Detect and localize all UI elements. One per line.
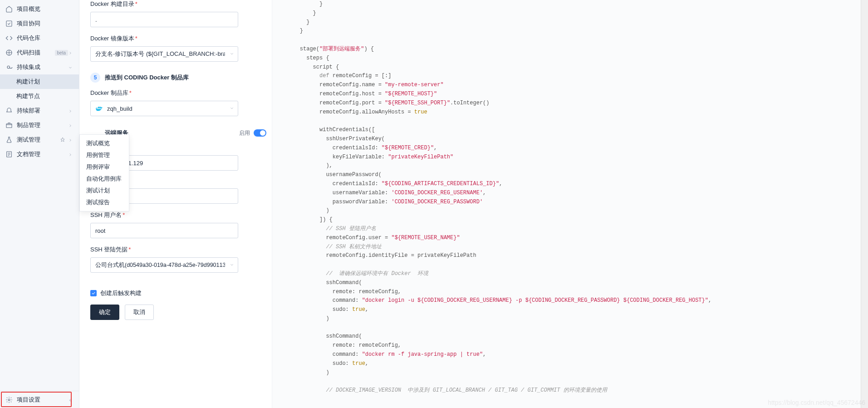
nav-project-collab[interactable]: 项目协同 <box>0 16 79 31</box>
docker-repo-select[interactable]: zqh_build <box>90 101 238 116</box>
submenu-test-report[interactable]: 测试报告 <box>80 197 129 208</box>
nav-cd[interactable]: 持续部署 <box>0 103 79 118</box>
nav-build-node[interactable]: 构建节点 <box>0 89 79 103</box>
ssh-cred-select[interactable]: 公司台式机(d0549a30-019a-478d-a25e-79d990113e… <box>90 257 238 273</box>
package-icon <box>5 122 13 129</box>
submenu-case-review[interactable]: 用例评审 <box>80 161 129 173</box>
docker-icon <box>95 104 103 113</box>
nav-build-plan[interactable]: 构建计划 <box>0 74 79 89</box>
nav-label: 项目概览 <box>17 5 74 13</box>
nav-list: 项目概览 项目协同 代码仓库 代码扫描 beta 持续集成 <box>0 0 79 391</box>
code-icon <box>5 34 13 42</box>
nav-label: 构建计划 <box>16 78 74 86</box>
docker-image-ver-label: Docker 镜像版本* <box>90 34 266 43</box>
doc-icon <box>5 151 13 158</box>
chevron-down-icon <box>230 51 234 58</box>
nav-label: 代码仓库 <box>17 34 74 42</box>
flask-icon <box>5 136 13 143</box>
home-icon <box>5 5 13 13</box>
collapse-icon[interactable] <box>68 397 74 403</box>
step-5-title: 推送到 CODING Docker 制品库 <box>105 74 189 82</box>
cancel-button[interactable]: 取消 <box>125 305 154 320</box>
chevron-right-icon <box>68 137 74 143</box>
enable-toggle[interactable] <box>254 129 266 137</box>
chevron-down-icon <box>230 105 234 112</box>
docker-repo-label: Docker 制品库* <box>90 89 266 97</box>
chevron-down-icon <box>68 64 74 70</box>
chevron-right-icon <box>68 152 74 157</box>
svg-rect-0 <box>6 21 12 26</box>
ssh-user-label: SSH 用户名* <box>90 211 266 219</box>
enable-label: 启用 <box>239 129 250 137</box>
trigger-label: 创建后触发构建 <box>100 289 142 297</box>
main-content: Docker 构建目录* . Docker 镜像版本* 分支名-修订版本号 ($… <box>79 0 868 408</box>
bell-icon <box>5 107 13 114</box>
nav-project-overview[interactable]: 项目概览 <box>0 2 79 16</box>
infinity-icon <box>5 64 13 71</box>
docker-build-dir-input[interactable]: . <box>90 12 238 27</box>
check-square-icon <box>5 20 13 27</box>
nav-docs[interactable]: 文档管理 <box>0 147 79 162</box>
nav-label: 构建节点 <box>16 92 74 100</box>
nav-label: 文档管理 <box>17 150 68 158</box>
nav-label: 持续部署 <box>17 107 68 115</box>
docker-build-dir-label: Docker 构建目录* <box>90 0 266 8</box>
ssh-cred-label: SSH 登陆凭据* <box>90 246 266 254</box>
gear-icon <box>5 396 13 403</box>
beta-badge: beta <box>55 50 68 56</box>
sidebar: 项目概览 项目协同 代码仓库 代码扫描 beta 持续集成 <box>0 0 79 408</box>
settings-label: 项目设置 <box>17 396 68 404</box>
nav-artifacts[interactable]: 制品管理 <box>0 118 79 133</box>
chevron-right-icon <box>68 123 74 128</box>
project-settings[interactable]: 项目设置 <box>0 391 79 408</box>
submenu-case-mgmt[interactable]: 用例管理 <box>80 149 129 161</box>
svg-point-4 <box>8 399 10 401</box>
nav-label: 项目协同 <box>17 20 74 28</box>
nav-label: 持续集成 <box>17 63 68 71</box>
vertical-scrollbar[interactable] <box>861 0 868 408</box>
submenu-test-overview[interactable]: 测试概览 <box>80 138 129 149</box>
nav-label: 代码扫描 <box>17 49 53 57</box>
docker-image-ver-select[interactable]: 分支名-修订版本号 (${GIT_LOCAL_BRANCH:-branch}-$… <box>90 46 238 62</box>
step-5-badge: 5 <box>90 73 100 83</box>
svg-rect-2 <box>6 124 12 128</box>
trigger-checkbox-row[interactable]: 创建后触发构建 <box>90 289 266 297</box>
pin-icon <box>60 137 65 143</box>
scan-icon <box>5 49 13 56</box>
test-mgmt-submenu: 测试概览 用例管理 用例评审 自动化用例库 测试计划 测试报告 <box>79 134 129 211</box>
chevron-down-icon <box>230 262 234 269</box>
chevron-right-icon <box>68 108 74 113</box>
nav-code-scan[interactable]: 代码扫描 beta <box>0 45 79 60</box>
nav-code-repo[interactable]: 代码仓库 <box>0 31 79 45</box>
nav-label: 制品管理 <box>17 121 68 129</box>
trigger-checkbox[interactable] <box>90 290 97 296</box>
nav-ci[interactable]: 持续集成 <box>0 60 79 74</box>
submenu-auto-case[interactable]: 自动化用例库 <box>80 173 129 185</box>
nav-test-mgmt[interactable]: 测试管理 <box>0 133 79 147</box>
confirm-button[interactable]: 确定 <box>90 305 119 320</box>
jenkinsfile-preview: } } } } stage("部署到远端服务") { steps { scrip… <box>272 0 861 408</box>
nav-label: 测试管理 <box>17 136 60 144</box>
submenu-test-plan[interactable]: 测试计划 <box>80 185 129 197</box>
chevron-right-icon <box>68 50 74 55</box>
ssh-user-input[interactable]: root <box>90 223 238 238</box>
